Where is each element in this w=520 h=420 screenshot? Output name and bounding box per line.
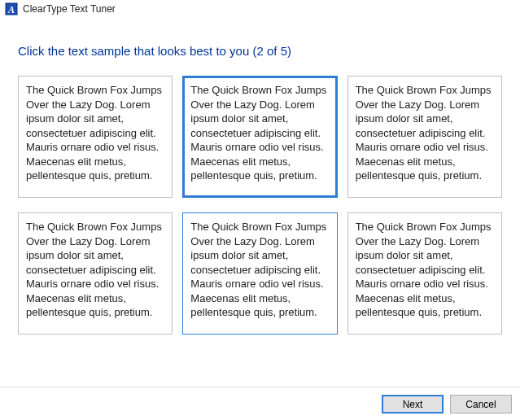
cancel-button[interactable]: Cancel: [450, 395, 512, 413]
sample-grid: The Quick Brown Fox Jumps Over the Lazy …: [0, 76, 520, 335]
titlebar: A ClearType Text Tuner: [0, 0, 520, 18]
text-sample-3[interactable]: The Quick Brown Fox Jumps Over the Lazy …: [347, 76, 502, 198]
text-sample-5[interactable]: The Quick Brown Fox Jumps Over the Lazy …: [182, 212, 337, 335]
app-icon: A: [5, 2, 18, 15]
text-sample-6[interactable]: The Quick Brown Fox Jumps Over the Lazy …: [347, 212, 502, 335]
footer-divider: [0, 387, 520, 387]
next-button[interactable]: Next: [382, 395, 444, 413]
window-title: ClearType Text Tuner: [23, 3, 116, 15]
text-sample-4[interactable]: The Quick Brown Fox Jumps Over the Lazy …: [18, 212, 173, 335]
page-heading: Click the text sample that looks best to…: [0, 18, 520, 76]
svg-text:A: A: [7, 4, 15, 15]
text-sample-2[interactable]: The Quick Brown Fox Jumps Over the Lazy …: [182, 76, 337, 198]
footer-buttons: Next Cancel: [382, 395, 512, 413]
text-sample-1[interactable]: The Quick Brown Fox Jumps Over the Lazy …: [18, 76, 173, 198]
